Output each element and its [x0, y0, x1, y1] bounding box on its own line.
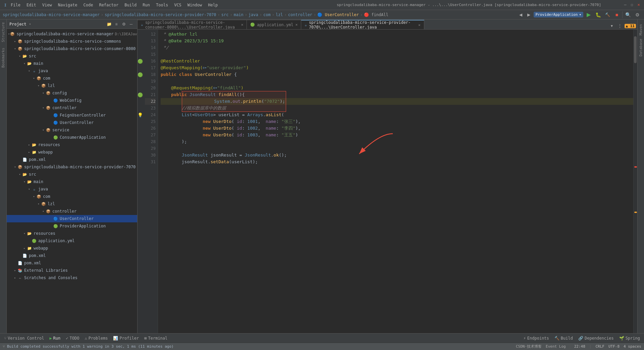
file-encoding[interactable]: UTF-8 — [608, 344, 620, 349]
menu-navigate[interactable]: Navigate — [55, 2, 80, 8]
breadcrumb-src[interactable]: src — [221, 12, 229, 17]
tree-item-consumer-main[interactable]: ▾ 📂 main — [7, 60, 137, 67]
menu-code[interactable]: Code — [81, 2, 96, 8]
breadcrumb-controller[interactable]: controller — [288, 12, 312, 17]
bottom-problems[interactable]: ⚠ Problems — [83, 335, 109, 341]
breadcrumb-lzl[interactable]: lzl — [276, 12, 283, 17]
tree-item-consumer-pom[interactable]: ▸ 📄 pom.xml — [7, 156, 137, 163]
tree-item-provider-resources[interactable]: ▾ 📂 resources — [7, 230, 137, 237]
project-collapse-all-button[interactable]: 📁 — [106, 21, 112, 28]
tree-item-scratches[interactable]: ▸ ✏ Scratches and Consoles — [7, 274, 137, 281]
tree-item-service[interactable]: ▾ 📦 service — [7, 126, 137, 134]
tree-item-commons[interactable]: ▸ 📦 springcloudalibaba-micro-service-com… — [7, 38, 137, 45]
tree-item-consumer-src[interactable]: ▾ 📂 src — [7, 52, 137, 60]
tree-item-consumer-webapp[interactable]: ▸ 📁 webapp — [7, 148, 137, 156]
bottom-dependencies[interactable]: 🔗 Dependencies — [577, 335, 615, 341]
tree-item-provider-java[interactable]: ▾ ☕ java — [7, 185, 137, 193]
breadcrumb-next-button[interactable]: ▶ — [526, 11, 532, 18]
gutter-icon-16[interactable]: 🟢 — [138, 58, 143, 64]
run-button[interactable]: ▶ — [585, 11, 593, 19]
tree-item-root-pom[interactable]: ▸ 📄 pom.xml — [7, 259, 137, 267]
csdn-link[interactable]: CSDN·技术博客 — [516, 344, 542, 349]
bottom-terminal[interactable]: ⊞ Terminal — [143, 335, 169, 341]
settings-button[interactable]: ⚙ — [633, 11, 641, 19]
tree-item-consumer-java[interactable]: ▾ ☕ java — [7, 67, 137, 75]
side-tab-maven[interactable]: Maven — [639, 24, 643, 35]
breadcrumb-prev-button[interactable]: ◀ — [518, 11, 524, 18]
breadcrumb-findall[interactable]: 🔴 findAll — [364, 12, 388, 17]
tree-item-config[interactable]: ▾ 📦 config — [7, 89, 137, 97]
menu-run[interactable]: Run — [140, 2, 153, 8]
breadcrumb-module[interactable]: springcloudalibaba-micro-service-provide… — [105, 12, 216, 17]
tree-item-providerapplication[interactable]: ▸ 🟢 ProviderApplication — [7, 222, 137, 230]
menu-refactor[interactable]: Refactor — [96, 2, 121, 8]
bottom-todo[interactable]: ✓ TODO — [64, 335, 80, 341]
minimize-button[interactable]: ─ — [623, 2, 628, 8]
tab-provider-usercontroller[interactable]: ☕ springcloudalibaba-micro-service-provi… — [301, 20, 424, 29]
tab-close-1[interactable]: ✕ — [241, 23, 244, 27]
tree-item-consumer[interactable]: ▾ 📦 springcloudalibaba-micro-service-con… — [7, 45, 137, 52]
menu-build[interactable]: Build — [122, 2, 139, 8]
run-config-selector[interactable]: ProviderApplication ▾ — [534, 12, 583, 17]
tree-item-provider-src[interactable]: ▾ 📂 src — [7, 171, 137, 178]
line-ending[interactable]: CRLF — [595, 344, 604, 349]
stop-button[interactable]: ■ — [613, 11, 621, 19]
tree-item-provider-lzl[interactable]: ▾ 📦 lzl — [7, 200, 137, 208]
tab-appyml[interactable]: 🟢 application.yml ✕ — [247, 20, 301, 29]
gutter-icon-18[interactable]: 🟢 — [138, 71, 143, 78]
tree-item-appyml[interactable]: ▸ 🟢 application.yml — [7, 237, 137, 245]
bottom-run[interactable]: ▶ Run — [48, 335, 62, 341]
gutter-icon-24[interactable]: 💡 — [138, 112, 143, 118]
breadcrumb-project[interactable]: springcloudalibaba-micro-service-manager — [3, 12, 100, 17]
tree-item-webconfig[interactable]: ▸ 🔵 WebConfig — [7, 97, 137, 104]
gutter-icon-21[interactable]: 🟢 — [138, 91, 143, 98]
maximize-button[interactable]: □ — [629, 2, 635, 8]
project-expand-all-button[interactable]: ≡ — [113, 21, 120, 28]
tree-item-consumer-controller[interactable]: ▾ 📦 controller — [7, 104, 137, 112]
menu-edit[interactable]: Edit — [24, 2, 39, 8]
indent[interactable]: 4 spaces — [624, 344, 641, 349]
menu-tools[interactable]: Tools — [153, 2, 171, 8]
debug-button[interactable]: 🐛 — [594, 11, 602, 19]
bottom-build[interactable]: 🔨 Build — [553, 335, 574, 341]
bottom-endpoints[interactable]: ⚡ Endpoints — [522, 335, 550, 341]
close-button[interactable]: ✕ — [636, 2, 641, 8]
tab-close-3[interactable]: ✕ — [418, 23, 421, 27]
menu-window[interactable]: Window — [185, 2, 205, 8]
tree-item-consumerapplication[interactable]: ▸ 🟢 ConsumerApplication — [7, 134, 137, 141]
tree-item-consumer-com[interactable]: ▾ 📦 com — [7, 75, 137, 82]
tree-item-provider-com[interactable]: ▾ 📦 com — [7, 193, 137, 200]
editor-scrollbar[interactable] — [633, 30, 637, 333]
tree-item-provider-main[interactable]: ▾ 📂 main — [7, 178, 137, 185]
tree-item-consumer-usercontroller[interactable]: ▸ 🔵 UserController — [7, 119, 137, 126]
side-tab-bookmarks[interactable]: Bookmarks — [0, 45, 6, 71]
tab-dropdown-button[interactable]: ▾ — [608, 23, 615, 29]
tab-close-2[interactable]: ✕ — [296, 23, 298, 27]
project-dropdown-icon[interactable]: ▾ — [29, 22, 31, 26]
build-button[interactable]: 🔨 — [603, 11, 611, 19]
project-close-button[interactable]: ─ — [128, 21, 135, 28]
breadcrumb-usercontroller[interactable]: 🔵 UserController — [317, 12, 359, 17]
tree-item-provider-controller[interactable]: ▾ 📦 controller — [7, 208, 137, 215]
side-tab-database[interactable]: Database — [639, 39, 643, 56]
menu-vcs[interactable]: VCS — [171, 2, 184, 8]
tab-more-button[interactable]: ⋮ — [616, 23, 623, 29]
breadcrumb-main[interactable]: main — [234, 12, 244, 17]
tree-item-consumer-resources[interactable]: ▸ 📂 resources — [7, 141, 137, 148]
breadcrumb-com[interactable]: com — [263, 12, 271, 17]
side-tab-structure[interactable]: Structure — [0, 19, 6, 45]
bottom-spring[interactable]: 🌱 Spring — [618, 335, 641, 341]
search-everywhere-button[interactable]: 🔍 — [624, 11, 632, 19]
tree-item-provider-usercontroller[interactable]: ▸ 🔵 UserController — [7, 215, 137, 222]
breadcrumb-java[interactable]: java — [249, 12, 258, 17]
tree-item-root[interactable]: ▾ 📦 springcloudalibaba-micro-service-man… — [7, 30, 137, 38]
scrollbar-thumb[interactable] — [634, 36, 637, 63]
tree-item-provider-webapp[interactable]: ▸ 📁 webapp — [7, 245, 137, 252]
tree-item-consumer-lzl[interactable]: ▾ 📦 lzl — [7, 82, 137, 89]
menu-view[interactable]: View — [40, 2, 55, 8]
event-log-link[interactable]: Event Log — [546, 344, 566, 349]
tree-item-provider[interactable]: ▾ 📦 springcloudalibaba-micro-service-pro… — [7, 163, 137, 171]
bottom-version-control[interactable]: ⑂ Version Control — [3, 335, 45, 341]
project-settings-button[interactable]: ⚙ — [120, 21, 127, 28]
menu-help[interactable]: Help — [205, 2, 220, 8]
